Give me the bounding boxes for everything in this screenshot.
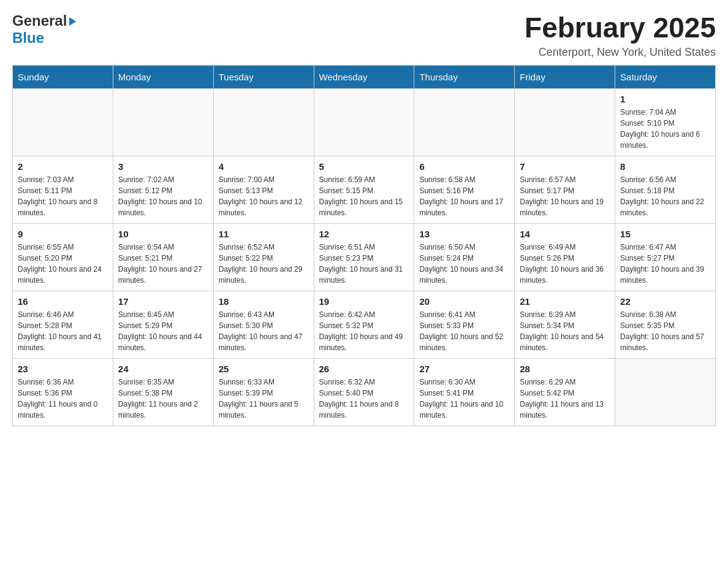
calendar-cell: 28Sunrise: 6:29 AMSunset: 5:42 PMDayligh… [515, 358, 615, 426]
day-info: Sunrise: 6:42 AMSunset: 5:32 PMDaylight:… [319, 309, 409, 353]
calendar-cell: 16Sunrise: 6:46 AMSunset: 5:28 PMDayligh… [13, 291, 113, 358]
calendar-cell: 1Sunrise: 7:04 AMSunset: 5:10 PMDaylight… [615, 88, 716, 156]
calendar-cell: 2Sunrise: 7:03 AMSunset: 5:11 PMDaylight… [13, 156, 113, 223]
calendar-cell [113, 88, 213, 156]
day-number: 6 [419, 161, 509, 172]
day-info: Sunrise: 6:30 AMSunset: 5:41 PMDaylight:… [419, 377, 509, 421]
day-number: 20 [419, 296, 509, 307]
day-number: 14 [520, 229, 610, 239]
calendar-cell: 13Sunrise: 6:50 AMSunset: 5:24 PMDayligh… [414, 223, 515, 291]
day-info: Sunrise: 7:03 AMSunset: 5:11 PMDaylight:… [18, 174, 108, 218]
calendar-cell: 5Sunrise: 6:59 AMSunset: 5:15 PMDaylight… [314, 156, 414, 223]
month-title: February 2025 [525, 12, 716, 44]
weekday-header-wednesday: Wednesday [314, 65, 414, 88]
day-number: 18 [219, 296, 309, 307]
day-number: 7 [520, 161, 610, 172]
day-info: Sunrise: 6:43 AMSunset: 5:30 PMDaylight:… [219, 309, 309, 353]
day-info: Sunrise: 6:29 AMSunset: 5:42 PMDaylight:… [520, 377, 610, 421]
location-label: Centerport, New York, United States [525, 46, 716, 59]
day-info: Sunrise: 6:50 AMSunset: 5:24 PMDaylight:… [419, 242, 509, 286]
calendar-week-5: 23Sunrise: 6:36 AMSunset: 5:36 PMDayligh… [13, 358, 716, 426]
calendar-cell: 22Sunrise: 6:38 AMSunset: 5:35 PMDayligh… [615, 291, 716, 358]
weekday-header-sunday: Sunday [13, 65, 113, 88]
day-number: 23 [18, 364, 108, 374]
day-number: 24 [118, 364, 208, 374]
day-number: 15 [620, 229, 710, 239]
day-number: 25 [219, 364, 309, 374]
day-info: Sunrise: 6:39 AMSunset: 5:34 PMDaylight:… [520, 309, 610, 353]
calendar-cell: 26Sunrise: 6:32 AMSunset: 5:40 PMDayligh… [314, 358, 414, 426]
calendar-cell: 23Sunrise: 6:36 AMSunset: 5:36 PMDayligh… [13, 358, 113, 426]
day-info: Sunrise: 6:35 AMSunset: 5:38 PMDaylight:… [118, 377, 208, 421]
calendar-cell: 27Sunrise: 6:30 AMSunset: 5:41 PMDayligh… [414, 358, 515, 426]
day-info: Sunrise: 6:49 AMSunset: 5:26 PMDaylight:… [520, 242, 610, 286]
calendar-cell: 8Sunrise: 6:56 AMSunset: 5:18 PMDaylight… [615, 156, 716, 223]
calendar-cell [615, 358, 716, 426]
calendar-cell: 20Sunrise: 6:41 AMSunset: 5:33 PMDayligh… [414, 291, 515, 358]
calendar-cell: 6Sunrise: 6:58 AMSunset: 5:16 PMDaylight… [414, 156, 515, 223]
day-info: Sunrise: 6:51 AMSunset: 5:23 PMDaylight:… [319, 242, 409, 286]
calendar-cell: 11Sunrise: 6:52 AMSunset: 5:22 PMDayligh… [213, 223, 314, 291]
day-info: Sunrise: 7:00 AMSunset: 5:13 PMDaylight:… [219, 174, 309, 218]
day-number: 16 [18, 296, 108, 307]
calendar-cell: 3Sunrise: 7:02 AMSunset: 5:12 PMDaylight… [113, 156, 213, 223]
day-number: 27 [419, 364, 509, 374]
day-number: 22 [620, 296, 710, 307]
calendar-cell: 21Sunrise: 6:39 AMSunset: 5:34 PMDayligh… [515, 291, 615, 358]
calendar-cell [414, 88, 515, 156]
logo: General Blue [12, 12, 76, 47]
logo-general-text: General [12, 12, 76, 29]
day-number: 12 [319, 229, 409, 239]
weekday-header-row: SundayMondayTuesdayWednesdayThursdayFrid… [13, 65, 716, 88]
day-info: Sunrise: 6:54 AMSunset: 5:21 PMDaylight:… [118, 242, 208, 286]
calendar-table: SundayMondayTuesdayWednesdayThursdayFrid… [12, 65, 716, 426]
calendar-cell: 25Sunrise: 6:33 AMSunset: 5:39 PMDayligh… [213, 358, 314, 426]
day-number: 28 [520, 364, 610, 374]
day-number: 8 [620, 161, 710, 172]
logo-triangle-icon [69, 17, 76, 26]
day-number: 19 [319, 296, 409, 307]
calendar-cell: 14Sunrise: 6:49 AMSunset: 5:26 PMDayligh… [515, 223, 615, 291]
calendar-week-2: 2Sunrise: 7:03 AMSunset: 5:11 PMDaylight… [13, 156, 716, 223]
weekday-header-saturday: Saturday [615, 65, 716, 88]
day-number: 21 [520, 296, 610, 307]
day-info: Sunrise: 6:33 AMSunset: 5:39 PMDaylight:… [219, 377, 309, 421]
weekday-header-monday: Monday [113, 65, 213, 88]
calendar-cell: 4Sunrise: 7:00 AMSunset: 5:13 PMDaylight… [213, 156, 314, 223]
calendar-cell: 12Sunrise: 6:51 AMSunset: 5:23 PMDayligh… [314, 223, 414, 291]
day-info: Sunrise: 6:56 AMSunset: 5:18 PMDaylight:… [620, 174, 710, 218]
calendar-cell: 19Sunrise: 6:42 AMSunset: 5:32 PMDayligh… [314, 291, 414, 358]
day-info: Sunrise: 7:04 AMSunset: 5:10 PMDaylight:… [620, 107, 710, 151]
day-info: Sunrise: 6:52 AMSunset: 5:22 PMDaylight:… [219, 242, 309, 286]
day-info: Sunrise: 6:38 AMSunset: 5:35 PMDaylight:… [620, 309, 710, 353]
weekday-header-tuesday: Tuesday [213, 65, 314, 88]
day-info: Sunrise: 6:59 AMSunset: 5:15 PMDaylight:… [319, 174, 409, 218]
calendar-cell: 24Sunrise: 6:35 AMSunset: 5:38 PMDayligh… [113, 358, 213, 426]
calendar-cell: 7Sunrise: 6:57 AMSunset: 5:17 PMDaylight… [515, 156, 615, 223]
calendar-cell: 15Sunrise: 6:47 AMSunset: 5:27 PMDayligh… [615, 223, 716, 291]
calendar-cell: 18Sunrise: 6:43 AMSunset: 5:30 PMDayligh… [213, 291, 314, 358]
day-number: 4 [219, 161, 309, 172]
day-info: Sunrise: 6:45 AMSunset: 5:29 PMDaylight:… [118, 309, 208, 353]
day-info: Sunrise: 7:02 AMSunset: 5:12 PMDaylight:… [118, 174, 208, 218]
logo-blue-label: Blue [12, 29, 44, 47]
calendar-cell: 10Sunrise: 6:54 AMSunset: 5:21 PMDayligh… [113, 223, 213, 291]
day-info: Sunrise: 6:32 AMSunset: 5:40 PMDaylight:… [319, 377, 409, 421]
calendar-cell [13, 88, 113, 156]
logo-general-label: General [12, 12, 67, 29]
calendar-cell [515, 88, 615, 156]
weekday-header-friday: Friday [515, 65, 615, 88]
page-header: General Blue February 2025 Centerport, N… [12, 12, 716, 59]
day-number: 9 [18, 229, 108, 239]
title-area: February 2025 Centerport, New York, Unit… [525, 12, 716, 59]
calendar-cell: 9Sunrise: 6:55 AMSunset: 5:20 PMDaylight… [13, 223, 113, 291]
day-number: 1 [620, 94, 710, 104]
day-number: 5 [319, 161, 409, 172]
day-number: 17 [118, 296, 208, 307]
day-info: Sunrise: 6:58 AMSunset: 5:16 PMDaylight:… [419, 174, 509, 218]
day-number: 13 [419, 229, 509, 239]
day-number: 2 [18, 161, 108, 172]
day-number: 10 [118, 229, 208, 239]
calendar-week-1: 1Sunrise: 7:04 AMSunset: 5:10 PMDaylight… [13, 88, 716, 156]
calendar-week-4: 16Sunrise: 6:46 AMSunset: 5:28 PMDayligh… [13, 291, 716, 358]
